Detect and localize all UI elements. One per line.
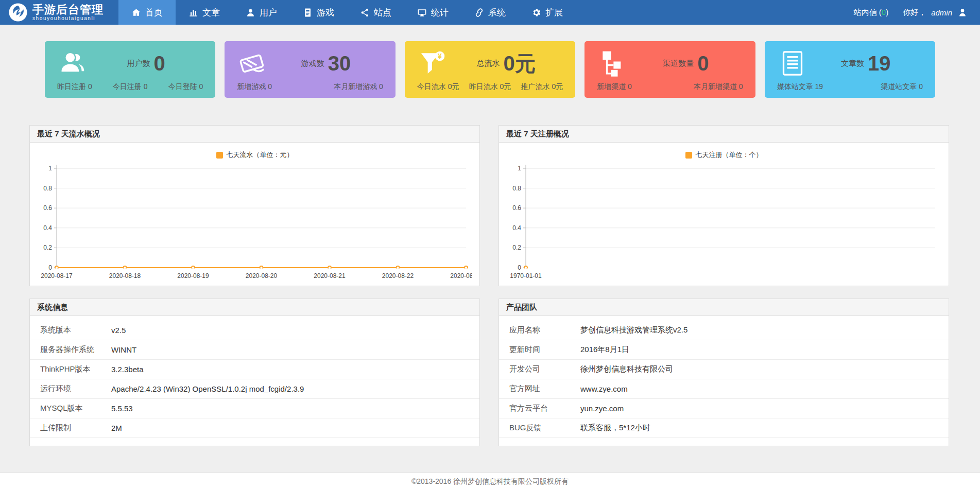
card-stat: 推广流水 0元 — [521, 82, 563, 92]
card-label: 游戏数 — [301, 59, 324, 68]
stat-card-users: 用户数 0 昨日注册 0 今日注册 0 今日登陆 0 — [45, 41, 215, 98]
card-stat: 今日注册 0 — [113, 82, 148, 92]
users-icon — [58, 49, 87, 78]
greeting: 你好， — [903, 8, 926, 18]
system-info-panel: 系统信息 系统版本v2.5 服务器操作系统WINNT ThinkPHP版本3.2… — [29, 299, 480, 446]
svg-text:0: 0 — [48, 264, 52, 271]
row-label: MYSQL版本 — [30, 404, 111, 413]
card-substats: 新增游戏 0 本月新增游戏 0 — [225, 82, 395, 92]
legend-label: 七天流水（单位：元） — [227, 150, 294, 160]
cloud-platform-link[interactable]: yun.zye.com — [580, 404, 624, 413]
messages-link[interactable]: 站内信 (0) — [854, 8, 889, 18]
svg-text:1970-01-01: 1970-01-01 — [510, 272, 542, 279]
stat-card-articles: 文章数 19 媒体站文章 19 渠道站文章 0 — [765, 41, 935, 98]
row-label: 应用名称 — [499, 325, 580, 335]
gear-icon — [531, 8, 541, 18]
monitor-icon — [417, 8, 427, 18]
article-icon — [778, 49, 807, 78]
legend-swatch — [685, 152, 692, 159]
nav-item-stats[interactable]: 统计 — [404, 0, 461, 25]
legend-swatch — [216, 152, 223, 159]
row-label: 官方网址 — [499, 384, 580, 394]
flow-chart-panel: 最近 7 天流水概况 七天流水（单位：元） 00.20.40.60.812020… — [29, 125, 480, 286]
username: admin — [931, 8, 952, 17]
footer: ©2013-2016 徐州梦创信息科技有限公司版权所有 — [0, 472, 980, 490]
system-info-title: 系统信息 — [30, 299, 479, 316]
user-menu[interactable]: 你好，admin — [903, 7, 968, 18]
nav-item-label: 站点 — [374, 7, 391, 19]
brand-logo[interactable]: 手游后台管理 shouyouhoutaiguanli — [0, 0, 118, 25]
charts-row: 最近 7 天流水概况 七天流水（单位：元） 00.20.40.60.812020… — [0, 125, 980, 286]
product-team-panel: 产品团队 应用名称梦创信息科技游戏管理系统v2.5 更新时间2016年8月1日 … — [498, 299, 949, 446]
row-value: Apache/2.4.23 (Win32) OpenSSL/1.0.2j mod… — [111, 384, 304, 393]
navbar-right: 站内信 (0) 你好，admin — [854, 0, 980, 25]
row-value: 3.2.3beta — [111, 365, 144, 374]
table-row: BUG反馈联系客服，5*12小时 — [499, 418, 949, 438]
nav-item-label: 首页 — [145, 7, 163, 19]
card-stat: 本月新增游戏 0 — [334, 82, 383, 92]
user-icon — [246, 8, 255, 18]
table-row: 运行环境Apache/2.4.23 (Win32) OpenSSL/1.0.2j… — [30, 379, 479, 399]
row-value: 2M — [111, 424, 122, 432]
card-substats: 媒体站文章 19 渠道站文章 0 — [765, 82, 935, 92]
svg-text:0.4: 0.4 — [43, 224, 52, 232]
brand-subtitle: shouyouhoutaiguanli — [32, 15, 104, 21]
nav-item-sites[interactable]: 站点 — [347, 0, 404, 25]
svg-text:0.2: 0.2 — [43, 244, 52, 251]
messages-label: 站内信 — [854, 8, 877, 16]
svg-text:1: 1 — [518, 165, 521, 172]
table-row: 官方网址www.zye.com — [499, 379, 949, 399]
register-chart-legend[interactable]: 七天注册（单位：个） — [499, 150, 949, 160]
nav-item-users[interactable]: 用户 — [233, 0, 290, 25]
svg-text:2020-08-21: 2020-08-21 — [314, 272, 346, 279]
table-row: MYSQL版本5.5.53 — [30, 399, 479, 418]
stat-card-channels: 渠道数量 0 新增渠道 0 本月新增渠道 0 — [584, 41, 755, 98]
card-label: 文章数 — [841, 59, 864, 68]
table-row: 开发公司徐州梦创信息科技有限公司 — [499, 360, 949, 379]
svg-text:0.6: 0.6 — [512, 204, 521, 212]
svg-text:0: 0 — [518, 264, 521, 271]
row-label: 系统版本 — [30, 325, 111, 335]
svg-text:2020-08-20: 2020-08-20 — [246, 272, 278, 279]
person-icon — [957, 7, 968, 18]
nav-item-extensions[interactable]: 扩展 — [519, 0, 576, 25]
nav-item-label: 系统 — [488, 7, 506, 19]
svg-text:2020-08-23: 2020-08-23 — [450, 272, 472, 279]
nav-item-articles[interactable]: 文章 — [176, 0, 233, 25]
nav-item-label: 用户 — [260, 7, 277, 19]
table-row: 系统版本v2.5 — [30, 321, 479, 340]
legend-label: 七天注册（单位：个） — [696, 150, 763, 160]
card-stat: 今日流水 0元 — [417, 82, 459, 92]
copyright-text: ©2013-2016 徐州梦创信息科技有限公司版权所有 — [411, 477, 569, 486]
svg-text:0.4: 0.4 — [512, 224, 521, 232]
svg-text:0.6: 0.6 — [43, 204, 52, 212]
svg-text:1: 1 — [48, 165, 52, 172]
svg-text:2020-08-17: 2020-08-17 — [41, 272, 73, 279]
main-menu: 首页 文章 用户 游戏 站点 统计 系统 扩展 — [118, 0, 576, 25]
nav-item-games[interactable]: 游戏 — [290, 0, 347, 25]
table-row: ThinkPHP版本3.2.3beta — [30, 360, 479, 379]
product-team-title: 产品团队 — [499, 299, 949, 316]
brand-title: 手游后台管理 — [32, 4, 104, 15]
stat-card-games: 游戏数 30 新增游戏 0 本月新增游戏 0 — [225, 41, 395, 98]
card-stat: 新增游戏 0 — [237, 82, 272, 92]
card-value: 0 — [697, 52, 709, 74]
share-icon — [360, 8, 370, 18]
row-label: BUG反馈 — [499, 423, 580, 433]
bar-chart-icon — [188, 8, 198, 18]
card-label: 总流水 — [476, 59, 500, 68]
official-site-link[interactable]: www.zye.com — [580, 384, 628, 393]
card-stat: 渠道站文章 0 — [881, 82, 923, 92]
row-label: 服务器操作系统 — [30, 345, 111, 355]
nav-item-home[interactable]: 首页 — [118, 0, 176, 25]
flow-chart-legend[interactable]: 七天流水（单位：元） — [30, 150, 479, 160]
card-substats: 新增渠道 0 本月新增渠道 0 — [584, 82, 755, 92]
top-navbar: 手游后台管理 shouyouhoutaiguanli 首页 文章 用户 游戏 站… — [0, 0, 980, 25]
table-row: 更新时间2016年8月1日 — [499, 340, 949, 360]
funnel-icon: ¥ — [418, 49, 447, 78]
info-row: 系统信息 系统版本v2.5 服务器操作系统WINNT ThinkPHP版本3.2… — [0, 299, 980, 446]
stat-cards-row: 用户数 0 昨日注册 0 今日注册 0 今日登陆 0 游戏数 30 — [0, 25, 980, 98]
row-value: 梦创信息科技游戏管理系统v2.5 — [580, 325, 687, 335]
row-value: WINNT — [111, 345, 136, 354]
nav-item-system[interactable]: 系统 — [461, 0, 519, 25]
